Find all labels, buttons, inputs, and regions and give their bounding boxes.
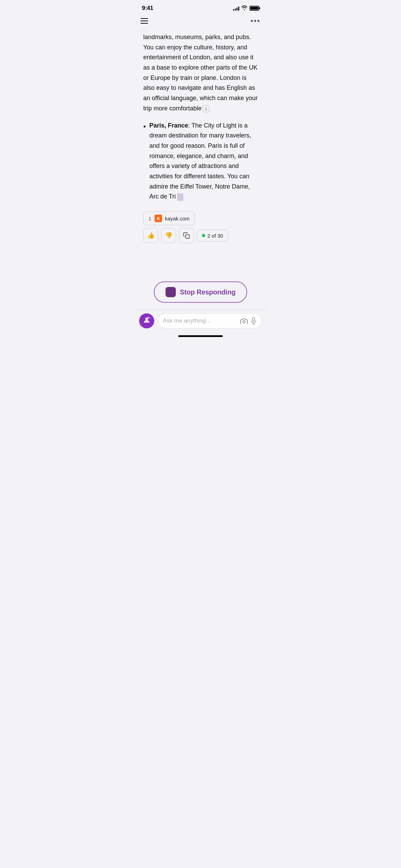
svg-rect-0 [186,235,190,239]
sources-row: 1 K kayak.com [143,212,258,225]
input-placeholder: Ask me anything... [163,317,238,324]
status-time: 9:41 [142,5,153,12]
source-number-1: 1 [148,216,151,221]
camera-button[interactable] [240,318,248,324]
kayak-logo: K [155,215,162,222]
svg-line-5 [148,317,148,318]
stop-responding-button[interactable]: Stop Responding [154,281,247,303]
green-dot-icon [202,234,205,237]
microphone-icon [251,317,257,325]
nav-bar: ••• [134,14,267,29]
stop-responding-label: Stop Responding [180,288,236,296]
svg-rect-7 [253,317,255,321]
camera-icon [240,318,248,324]
input-field-container: Ask me anything... [158,313,262,328]
thumbs-down-button[interactable]: 👎 [161,228,176,243]
battery-icon [250,6,259,11]
paris-bullet-item: • Paris, France: The City of Light is a … [143,121,258,202]
action-row: 👍 👎 2 of 30 [143,228,258,243]
thumbs-up-icon: 👍 [147,232,155,239]
chat-avatar-icon [143,316,151,326]
thumbs-up-button[interactable]: 👍 [143,228,158,243]
svg-point-6 [243,321,245,323]
stop-btn-container: Stop Responding [134,276,267,310]
home-indicator [134,333,267,339]
copy-icon [183,232,190,239]
bullet-point: • [143,121,146,132]
svg-line-4 [149,317,150,318]
london-paragraph: landmarks, museums, parks, and pubs. You… [143,32,258,114]
source-chip-1[interactable]: 1 K kayak.com [143,212,195,225]
menu-icon[interactable] [141,18,148,24]
source-name-1: kayak.com [165,216,190,221]
paris-text: Paris, France: The City of Light is a dr… [149,121,258,202]
input-bar: Ask me anything... [134,310,267,333]
loading-indicator [177,193,183,201]
status-icons [233,5,259,11]
copy-button[interactable] [179,228,194,243]
status-bar: 9:41 [134,0,267,14]
stop-icon [166,287,176,297]
thumbs-down-icon: 👎 [165,232,172,239]
content-area: landmarks, museums, parks, and pubs. You… [134,29,267,276]
paris-title: Paris, France [149,122,188,129]
count-chip[interactable]: 2 of 30 [197,230,228,242]
microphone-button[interactable] [251,317,257,325]
count-label: 2 of 30 [207,233,223,239]
home-bar [178,335,223,337]
chat-avatar-button[interactable] [139,313,154,328]
wifi-icon [241,5,247,11]
more-options-button[interactable]: ••• [251,17,260,25]
svg-point-1 [145,317,148,320]
signal-icon [233,6,239,11]
spacer [143,243,258,270]
citation-badge-1[interactable]: 1 [203,105,209,112]
